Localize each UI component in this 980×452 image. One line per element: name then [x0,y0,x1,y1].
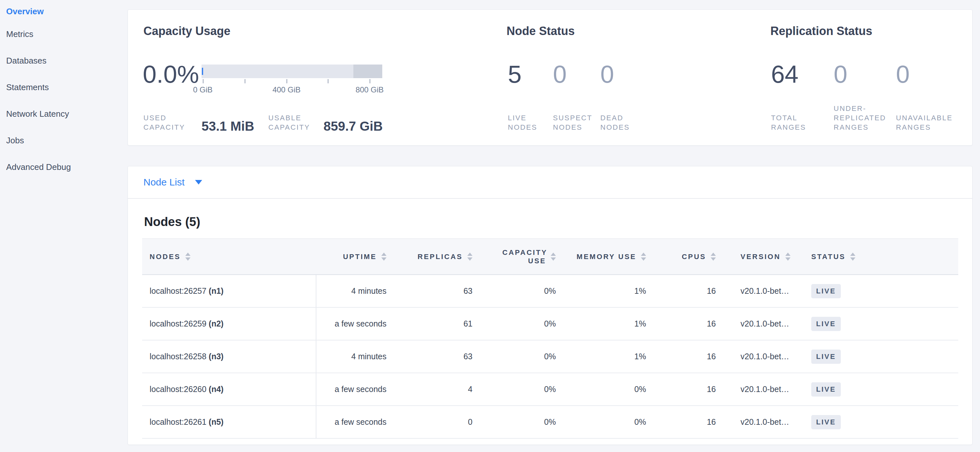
capacity-use-cell: 0% [479,373,562,406]
memory-use-cell: 1% [562,308,652,340]
replicas-cell: 63 [393,340,479,373]
replication-status-title: Replication Status [770,25,872,38]
column-header-nodes: NODES [150,252,181,261]
node-id: (n5) [208,417,224,427]
dead-nodes-count: 0 [600,62,614,87]
column-header-version: VERSION [741,252,781,261]
suspect-nodes-count: 0 [553,62,566,87]
memory-use-cell: 0% [562,373,652,406]
sidebar-item-metrics[interactable]: Metrics [0,21,127,48]
cpus-cell: 16 [652,373,722,406]
cluster-summary-card: Capacity Usage 0.0% 0 GiB 400 GiB 800 Gi… [127,10,972,146]
sort-icon[interactable] [551,252,556,261]
node-host: localhost:26261 [150,417,206,427]
main-content: Capacity Usage 0.0% 0 GiB 400 GiB 800 Gi… [127,0,972,452]
table-row[interactable]: localhost:26260 (n4) a few seconds 4 0% … [142,373,958,406]
status-badge: LIVE [811,415,841,429]
node-host: localhost:26259 [150,319,206,328]
node-name-cell[interactable]: localhost:26258 (n3) [142,340,316,373]
node-host: localhost:26258 [150,352,206,361]
live-nodes-count: 5 [508,62,522,87]
status-badge: LIVE [811,382,841,396]
sidebar-item-network-latency[interactable]: Network Latency [0,100,127,127]
usable-capacity-value: 859.7 GiB [323,119,383,133]
column-header-capacity-use: CAPACITY USE [502,248,546,265]
under-replicated-label: UNDER-REPLICATED RANGES [834,104,904,132]
node-name-cell[interactable]: localhost:26257 (n1) [142,274,316,308]
table-row[interactable]: localhost:26258 (n3) 4 minutes 63 0% 1% … [142,340,958,373]
used-capacity-label: USED CAPACITY [143,113,199,132]
axis-tick [370,79,370,83]
sidebar-item-statements[interactable]: Statements [0,74,127,100]
version-cell: v20.1.0-bet… [722,406,811,438]
uptime-cell: 4 minutes [316,274,393,308]
status-badge: LIVE [811,284,841,298]
axis-tick [245,79,245,83]
capacity-use-cell: 0% [479,274,562,308]
table-row[interactable]: localhost:26261 (n5) a few seconds 0 0% … [142,406,958,438]
sidebar-item-jobs[interactable]: Jobs [0,127,127,154]
table-row[interactable]: localhost:26259 (n2) a few seconds 61 0%… [142,308,958,340]
cpus-cell: 16 [652,274,722,308]
usable-capacity-label: USABLE CAPACITY [268,113,323,132]
memory-use-cell: 1% [562,274,652,308]
table-row[interactable]: localhost:26257 (n1) 4 minutes 63 0% 1% … [142,274,958,308]
version-cell: v20.1.0-bet… [722,340,811,373]
column-header-uptime: UPTIME [343,252,377,261]
unavailable-label: UNAVAILABLE RANGES [896,113,966,132]
status-badge: LIVE [811,317,841,331]
nodes-section-title: Nodes (5) [144,215,200,229]
node-host: localhost:26257 [150,286,206,295]
replicas-cell: 0 [393,406,479,438]
chevron-down-icon [195,180,202,184]
status-badge: LIVE [811,349,841,364]
node-id: (n1) [208,286,224,295]
total-ranges-label: TOTAL RANGES [771,113,820,132]
node-name-cell[interactable]: localhost:26259 (n2) [142,308,316,340]
unavailable-count: 0 [896,62,910,87]
dead-nodes-label: DEAD NODES [600,113,643,132]
uptime-cell: a few seconds [316,406,393,438]
under-replicated-count: 0 [834,62,847,87]
node-status-title: Node Status [507,25,575,38]
cpus-cell: 16 [652,308,722,340]
nodes-table: NODES UPTIME REPLICAS CAPACITY USE MEMOR… [142,238,958,439]
column-header-replicas: REPLICAS [418,252,463,261]
memory-use-cell: 0% [562,406,652,438]
sort-icon[interactable] [185,252,191,261]
node-list-dropdown-label: Node List [143,177,185,188]
replicas-cell: 63 [393,274,479,308]
uptime-cell: a few seconds [316,308,393,340]
memory-use-cell: 1% [562,340,652,373]
sort-icon[interactable] [850,252,855,261]
column-header-cpus: CPUS [682,252,706,261]
sort-icon[interactable] [641,252,646,261]
sort-icon[interactable] [381,252,387,261]
capacity-usage-title: Capacity Usage [143,25,231,38]
replicas-cell: 61 [393,308,479,340]
capacity-use-cell: 0% [479,340,562,373]
node-name-cell[interactable]: localhost:26260 (n4) [142,373,316,406]
total-ranges-count: 64 [771,62,799,87]
column-header-memory-use: MEMORY USE [577,252,636,261]
node-name-cell[interactable]: localhost:26261 (n5) [142,406,316,438]
sidebar: Overview Metrics Databases Statements Ne… [0,0,127,180]
version-cell: v20.1.0-bet… [722,274,811,308]
capacity-used-percent: 0.0% [143,62,199,87]
node-list-dropdown[interactable]: Node List [143,177,202,188]
sort-icon[interactable] [785,252,791,261]
uptime-cell: a few seconds [316,373,393,406]
sidebar-item-overview[interactable]: Overview [0,2,127,21]
cpus-cell: 16 [652,340,722,373]
sort-icon[interactable] [711,252,716,261]
node-host: localhost:26260 [150,385,206,393]
sort-icon[interactable] [467,252,473,261]
node-id: (n2) [208,319,224,328]
sidebar-item-advanced-debug[interactable]: Advanced Debug [0,154,127,180]
capacity-bar-chart [202,65,382,78]
version-cell: v20.1.0-bet… [722,308,811,340]
replicas-cell: 4 [393,373,479,406]
nodes-card: Node List Nodes (5) NODES UPTIME REPLICA… [127,166,972,445]
axis-tick [328,79,328,83]
sidebar-item-databases[interactable]: Databases [0,48,127,74]
